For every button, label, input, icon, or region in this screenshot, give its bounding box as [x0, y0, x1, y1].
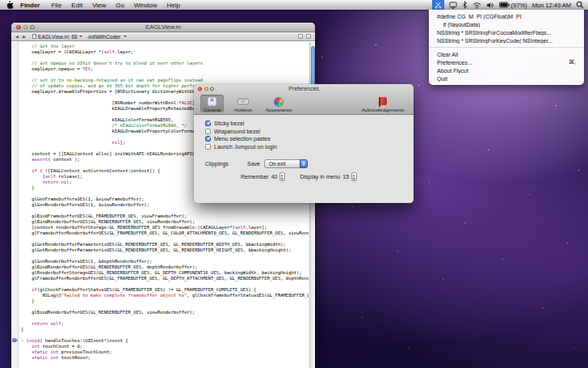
flycut-menu-item[interactable]: Preferences...⌘,	[429, 58, 584, 66]
menu-bar-status-area: (97%) Mon 12:49 AM	[432, 0, 588, 10]
flycut-menu-item[interactable]: About Flycut	[429, 66, 584, 74]
menu-item-label: NSString * SRStringForKeyCode( NSInteger…	[437, 38, 576, 44]
editor-window-title: EAGLView.m	[11, 23, 315, 32]
code-line: return self;	[21, 321, 309, 327]
flycut-menu-item[interactable]: Quit	[429, 74, 584, 82]
code-line: static int previousTouchCount;	[21, 349, 309, 355]
bluetooth-menu-extra[interactable]	[462, 0, 468, 10]
code-line: [context renderbufferStorage:GL_RENDERBU…	[21, 225, 309, 231]
remember-display-row: Remember 40 Display in menu 15	[241, 172, 405, 181]
menu-bar-left: Finder FileEditViewGoWindowHelp	[0, 0, 185, 10]
checkbox-wraparound-bezel[interactable]	[205, 129, 211, 134]
menubar-menu-window[interactable]: Window	[129, 2, 162, 9]
remember-stepper[interactable]	[279, 172, 285, 181]
editor-gutter[interactable]	[11, 42, 19, 368]
flycut-menu-extra[interactable]	[432, 0, 444, 10]
menu-bar-clock[interactable]: Mon 12:49 AM	[532, 2, 571, 9]
volume-menu-extra[interactable]	[486, 0, 494, 10]
file-popup-label: EAGLView.m: 68	[38, 34, 78, 40]
editor-titlebar[interactable]: EAGLView.m	[11, 23, 315, 32]
code-line: glRenderbufferStorageOES(GL_RENDERBUFFER…	[21, 270, 309, 276]
active-app-name[interactable]: Finder	[19, 2, 46, 9]
code-line	[21, 72, 309, 78]
code-line: int touchCount = 0;	[21, 344, 309, 349]
flycut-menu-item[interactable]: #define CG_M_PI (CGFloat)M_PI	[429, 12, 584, 20]
prefs-window-title: Preferences	[194, 84, 414, 93]
close-button[interactable]	[198, 87, 202, 91]
save-popup-button[interactable]: On exit	[264, 159, 308, 168]
menu-item-label: Preferences...	[437, 60, 564, 66]
prefs-toolbar: General Hotkeys Appearance Acknowledgeme…	[194, 93, 414, 115]
prefs-tab-general[interactable]: General	[200, 95, 224, 112]
code-line: glBindRenderbufferOES(GL_RENDERBUFFER_OE…	[21, 219, 309, 225]
apple-icon	[6, 1, 14, 10]
zoom-button[interactable]	[30, 25, 35, 30]
code-line: // Get the layer	[21, 44, 309, 49]
checkbox-launch-jumpcut-on-login[interactable]	[205, 144, 211, 150]
save-popup-value: On exit	[269, 161, 286, 167]
code-line: glFramebufferRenderbufferOES(GL_FRAMEBUF…	[21, 231, 309, 236]
prefs-tab-label: Hotkeys	[234, 108, 252, 112]
editor-navbar: ◀ ▶ EAGLView.m: 68 -initWithCoder:	[11, 32, 315, 41]
flycut-menu-item[interactable]: if (!layoutData)	[429, 20, 584, 28]
prefs-tab-appearance[interactable]: Appearance	[262, 95, 295, 112]
code-line	[21, 236, 309, 242]
back-forward-buttons[interactable]: ◀ ▶	[15, 34, 27, 39]
prefs-tab-acknowledgements[interactable]: Acknowledgements	[359, 95, 407, 112]
spotlight-menu-extra[interactable]	[576, 0, 584, 10]
code-line: eaglLayer.opaque = YES;	[21, 66, 309, 72]
flycut-menu-item[interactable]: NSString * SRStringForKeyCode( NSInteger…	[429, 36, 584, 44]
prefs-tab-label: Appearance	[266, 108, 292, 112]
minimize-button[interactable]	[23, 25, 28, 30]
display-in-menu-label: Display in menu	[300, 174, 340, 180]
lock-icon[interactable]	[306, 34, 311, 39]
window-controls	[16, 25, 35, 30]
checkbox-menu-selection-pastes[interactable]	[205, 136, 211, 142]
breakpoint-marker[interactable]	[12, 338, 18, 342]
symbol-popup[interactable]: -initWithCoder:	[87, 34, 127, 40]
menu-separator	[430, 47, 583, 48]
code-line: }	[21, 298, 309, 304]
code-line: // set it to no-backing-retained so it c…	[21, 78, 309, 83]
battery-menu-extra[interactable]: (97%)	[499, 0, 527, 10]
flycut-menu-item[interactable]: Clear All	[429, 50, 584, 58]
code-line: if(glCheckFramebufferStatusOES(GL_FRAMEB…	[21, 287, 309, 293]
speaker-icon	[486, 2, 494, 9]
navbar-right-icons	[298, 34, 311, 39]
flycut-menu-item[interactable]: NSString * SRStringForCocoaModifierFlags…	[429, 28, 584, 36]
red-book-icon	[379, 96, 387, 107]
airport-menu-extra[interactable]	[472, 0, 481, 10]
file-history-popup[interactable]: EAGLView.m: 68	[32, 34, 82, 40]
checkbox-label: Launch Jumpcut on login	[214, 144, 277, 150]
checkbox-sticky-bezel[interactable]	[205, 121, 211, 126]
color-wheel-icon	[274, 96, 284, 107]
zoom-button[interactable]	[210, 87, 214, 91]
popup-arrows-icon	[300, 159, 308, 168]
apple-menu[interactable]	[0, 1, 19, 10]
pref-row-wraparound-bezel: Wraparound bezel	[205, 128, 405, 136]
menubar-menu-view[interactable]: View	[87, 2, 111, 9]
battery-percentage: (97%)	[511, 2, 527, 9]
code-line: glGenRenderbuffersOES(1, &viewRenderbuff…	[21, 202, 309, 208]
checkbox-label: Wraparound bezel	[214, 129, 260, 134]
pref-row-sticky-bezel: Sticky bezel	[205, 120, 405, 128]
prefs-tab-label: Acknowledgements	[362, 108, 404, 112]
minimize-button[interactable]	[204, 87, 208, 91]
menubar-menu-help[interactable]: Help	[162, 2, 184, 9]
close-button[interactable]	[16, 25, 21, 30]
menubar-menu-edit[interactable]: Edit	[66, 2, 87, 9]
menu-item-label: #define CG_M_PI (CGFloat)M_PI	[437, 14, 576, 19]
menubar-menu-go[interactable]: Go	[111, 2, 129, 9]
menu-item-label: About Flycut	[437, 68, 576, 74]
checkbox-label: Menu selection pastes	[214, 136, 271, 142]
display-stepper[interactable]	[351, 172, 357, 181]
displays-menu-extra[interactable]	[449, 0, 457, 10]
bookmark-icon[interactable]	[298, 34, 303, 39]
chevron-down-icon	[124, 36, 127, 37]
code-line: glBindRenderbufferOES(GL_RENDERBUFFER_OE…	[21, 264, 309, 270]
prefs-titlebar[interactable]: Preferences	[194, 84, 414, 93]
chevron-down-icon	[79, 36, 82, 37]
code-line: static int touchRover;	[21, 355, 309, 361]
prefs-tab-hotkeys[interactable]: Hotkeys	[231, 95, 255, 112]
menubar-menu-file[interactable]: File	[46, 2, 66, 9]
